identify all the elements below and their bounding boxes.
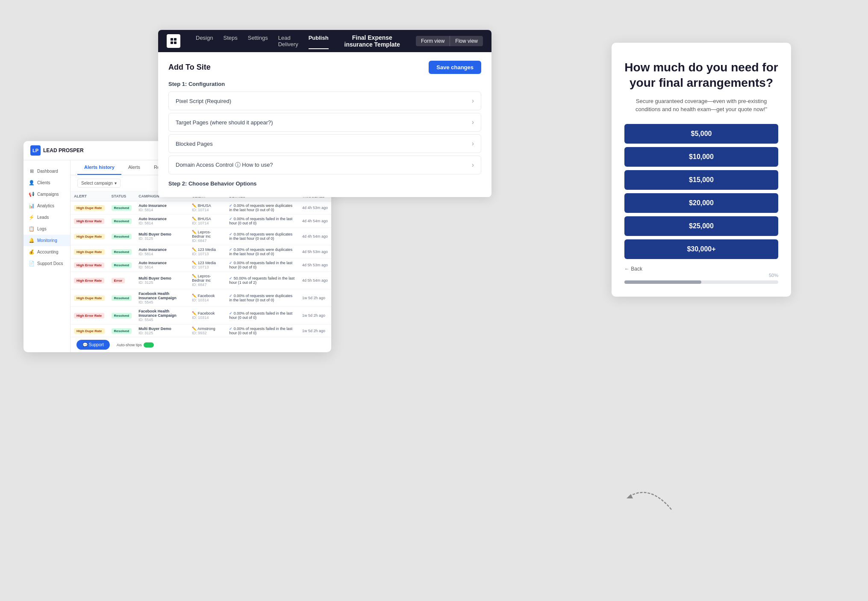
client-name: ✏️ Facebook bbox=[192, 311, 222, 315]
status-badge: Resolved bbox=[112, 218, 132, 224]
form-back-button[interactable]: ← Back bbox=[624, 266, 778, 272]
svg-rect-3 bbox=[174, 41, 177, 44]
client-id: ID: 10714 bbox=[192, 221, 222, 225]
table-row: High Error Rate Resolved Auto InsuranceI… bbox=[71, 259, 331, 272]
table-row: High Error Rate Resolved Facebook Health… bbox=[71, 307, 331, 324]
accordion-chevron-3: › bbox=[472, 140, 474, 147]
svg-marker-4 bbox=[627, 494, 633, 498]
amount-btn-20000[interactable]: $20,000 bbox=[624, 193, 778, 213]
client-name: ✏️ BHUSA bbox=[192, 203, 222, 208]
main-wrapper: Design Steps Settings Lead Delivery Publ… bbox=[0, 0, 868, 601]
triggered-time: 1w 5d 2h ago bbox=[299, 324, 331, 337]
svg-rect-2 bbox=[171, 41, 173, 44]
triggered-time: 1w 5d 2h ago bbox=[299, 289, 331, 307]
amount-btn-15000[interactable]: $15,000 bbox=[624, 170, 778, 190]
campaign-name: Auto Insurance bbox=[138, 247, 185, 252]
sidebar-clients-label: Clients bbox=[37, 180, 50, 185]
amount-btn-30000plus[interactable]: $30,000+ bbox=[624, 239, 778, 259]
client-id: ID: 10714 bbox=[192, 208, 222, 212]
details-text: ✓ 0.00% of requests were duplicates in t… bbox=[229, 294, 292, 302]
triggered-time: 4d 5h 53m ago bbox=[299, 245, 331, 259]
sidebar-item-monitoring[interactable]: 🔔 Monitoring bbox=[24, 235, 70, 246]
tab-alerts[interactable]: Alerts bbox=[121, 160, 147, 175]
accordion-domain-access[interactable]: Domain Access Control ⓘ How to use? › bbox=[168, 156, 481, 174]
sidebar-item-logs[interactable]: 📋 Logs bbox=[24, 223, 70, 235]
sidebar-campaigns-label: Campaigns bbox=[37, 192, 59, 197]
table-row: High Error Rate Error Multi Buyer DemoID… bbox=[71, 272, 331, 289]
nav-design[interactable]: Design bbox=[196, 33, 213, 49]
lp-logo-text: LEAD PROSPER bbox=[43, 147, 84, 153]
table-body: High Dupe Rate Resolved Auto InsuranceID… bbox=[71, 201, 331, 337]
form-view-button[interactable]: Form view bbox=[416, 36, 450, 46]
svg-rect-1 bbox=[174, 38, 177, 41]
status-badge: Resolved bbox=[112, 295, 132, 301]
sidebar-item-analytics[interactable]: 📊 Analytics bbox=[24, 200, 70, 212]
autohide-toggle-row: Auto-show tips bbox=[117, 342, 154, 348]
status-badge: Resolved bbox=[112, 262, 132, 268]
sidebar-item-clients[interactable]: 👤 Clients bbox=[24, 177, 70, 189]
table-row: High Dupe Rate Resolved Facebook Health … bbox=[71, 289, 331, 307]
save-changes-button[interactable]: Save changes bbox=[429, 61, 481, 74]
amount-btn-5000[interactable]: $5,000 bbox=[624, 124, 778, 144]
sidebar-item-accounting[interactable]: 💰 Accounting bbox=[24, 246, 70, 258]
col-alert: ALERT bbox=[71, 191, 108, 201]
amount-btn-10000[interactable]: $10,000 bbox=[624, 147, 778, 167]
details-text: ✓ 0.00% of requests failed in the last h… bbox=[229, 327, 292, 335]
lp-footer: 💬 Support Auto-show tips bbox=[71, 337, 331, 352]
accordion-blocked-label: Blocked Pages bbox=[176, 141, 213, 147]
alert-badge: High Error Rate bbox=[74, 262, 104, 268]
amount-btn-25000[interactable]: $25,000 bbox=[624, 216, 778, 236]
sidebar-item-campaigns[interactable]: 📢 Campaigns bbox=[24, 189, 70, 200]
campaign-name: Multi Buyer Demo bbox=[138, 232, 185, 236]
sidebar-item-leads[interactable]: ⚡ Leads bbox=[24, 212, 70, 223]
campaign-name: Facebook Health Insurance Campaign bbox=[138, 292, 185, 300]
topbar-views: Form view Flow view bbox=[416, 36, 483, 46]
lp-logo-icon: LP bbox=[30, 145, 41, 156]
autohide-label: Auto-show tips bbox=[117, 343, 142, 347]
client-name: ✏️ Armstrong bbox=[192, 327, 222, 331]
accordion-target-label: Target Pages (where should it appear?) bbox=[176, 119, 273, 126]
alert-badge: High Dupe Rate bbox=[74, 249, 105, 255]
alert-badge: High Dupe Rate bbox=[74, 205, 105, 211]
client-name: ✏️ 123 Media bbox=[192, 261, 222, 265]
alert-badge: High Dupe Rate bbox=[74, 328, 105, 334]
sidebar-item-support-docs[interactable]: 📄 Support Docs bbox=[24, 258, 70, 269]
accordion-target-pages[interactable]: Target Pages (where should it appear?) › bbox=[168, 113, 481, 132]
client-name: ✏️ 123 Media bbox=[192, 247, 222, 252]
lp-alerts-table: ALERT STATUS CAMPAIGN CLIENT DETAILS TRI… bbox=[71, 191, 331, 337]
publish-panel-body: Add To Site Save changes Step 1: Configu… bbox=[158, 52, 491, 197]
campaign-id: ID: 5545 bbox=[138, 300, 185, 304]
triggered-time: 4d 4h 53m ago bbox=[299, 201, 331, 215]
accordion-chevron-2: › bbox=[472, 118, 474, 126]
topbar-logo bbox=[167, 34, 180, 48]
details-text: ✓ 0.00% of requests were duplicates in t… bbox=[229, 232, 292, 241]
nav-settings[interactable]: Settings bbox=[248, 33, 268, 49]
publish-section-header: Add To Site Save changes bbox=[168, 61, 481, 74]
triggered-time: 4d 5h 53m ago bbox=[299, 259, 331, 272]
client-id: ID: 10713 bbox=[192, 265, 222, 269]
table-row: High Error Rate Resolved Auto InsuranceI… bbox=[71, 215, 331, 228]
publish-panel: Design Steps Settings Lead Delivery Publ… bbox=[158, 30, 491, 197]
nav-steps[interactable]: Steps bbox=[223, 33, 237, 49]
status-badge: Resolved bbox=[112, 328, 132, 334]
back-arrow-icon: ← Back bbox=[624, 266, 642, 272]
nav-lead-delivery[interactable]: Lead Delivery bbox=[278, 33, 298, 49]
clients-icon: 👤 bbox=[29, 180, 35, 186]
campaign-select-dropdown[interactable]: Select campaign ▾ bbox=[77, 179, 121, 188]
sidebar-item-dashboard[interactable]: ⊞ Dashboard bbox=[24, 165, 70, 177]
lp-logo: LP LEAD PROSPER bbox=[30, 145, 84, 156]
support-button[interactable]: 💬 Support bbox=[77, 340, 110, 350]
tab-alerts-history[interactable]: Alerts history bbox=[77, 160, 121, 175]
form-progress-fill bbox=[624, 280, 701, 284]
status-badge: Resolved bbox=[112, 313, 132, 318]
campaign-name: Auto Insurance bbox=[138, 261, 185, 265]
form-preview-subtitle: Secure guaranteed coverage—even with pre… bbox=[624, 97, 778, 114]
form-preview: How much do you need for your final arra… bbox=[612, 43, 791, 297]
nav-publish[interactable]: Publish bbox=[309, 33, 329, 49]
sidebar-leads-label: Leads bbox=[37, 215, 49, 220]
accordion-blocked-pages[interactable]: Blocked Pages › bbox=[168, 134, 481, 153]
flow-view-button[interactable]: Flow view bbox=[450, 36, 483, 46]
accordion-pixel-script[interactable]: Pixel Script (Required) › bbox=[168, 91, 481, 110]
campaigns-icon: 📢 bbox=[29, 191, 35, 197]
autohide-toggle[interactable] bbox=[144, 342, 154, 348]
